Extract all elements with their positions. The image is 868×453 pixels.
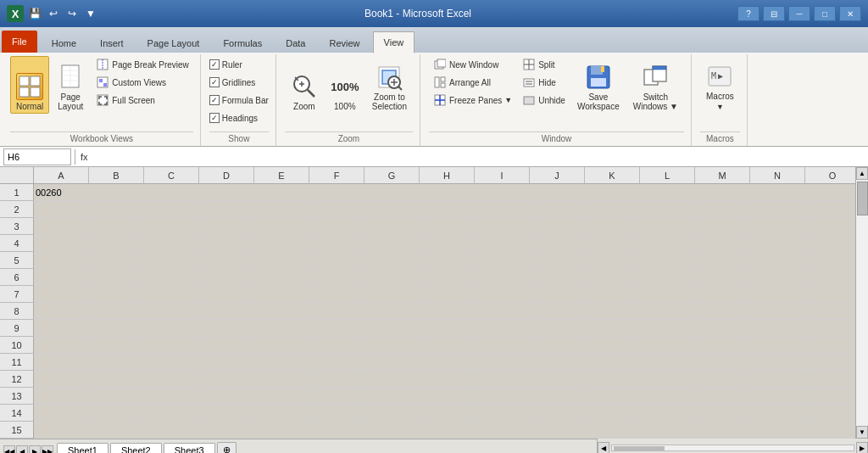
cell[interactable] — [364, 303, 420, 320]
cell[interactable] — [585, 405, 640, 422]
cell[interactable] — [144, 286, 199, 303]
cell[interactable] — [144, 371, 199, 388]
cell[interactable] — [364, 218, 420, 235]
cell[interactable] — [144, 184, 199, 201]
cell[interactable] — [695, 320, 750, 337]
cell[interactable] — [640, 405, 695, 422]
cell[interactable] — [309, 371, 364, 388]
tab-insert[interactable]: Insert — [89, 32, 135, 53]
cell[interactable] — [309, 422, 364, 439]
cell[interactable] — [750, 320, 805, 337]
cell[interactable] — [750, 235, 805, 252]
cell[interactable] — [695, 286, 750, 303]
cell[interactable] — [750, 337, 805, 354]
cell[interactable] — [805, 371, 855, 388]
cell[interactable] — [144, 354, 199, 371]
cell[interactable] — [420, 388, 475, 405]
cell[interactable] — [640, 218, 695, 235]
cell[interactable] — [89, 405, 144, 422]
cell[interactable] — [420, 218, 475, 235]
cell[interactable] — [364, 184, 420, 201]
cell[interactable] — [34, 405, 89, 422]
cell[interactable] — [750, 422, 805, 439]
minimize-btn[interactable]: ─ — [788, 6, 810, 21]
cell[interactable] — [805, 388, 855, 405]
cell[interactable] — [199, 388, 254, 405]
cell[interactable] — [640, 184, 695, 201]
zoom-100-button[interactable]: 100% 100% — [326, 56, 364, 114]
cell[interactable] — [254, 201, 309, 218]
cell[interactable] — [805, 235, 855, 252]
cell[interactable] — [640, 354, 695, 371]
cell[interactable] — [34, 201, 89, 218]
cell[interactable] — [475, 269, 530, 286]
cell[interactable] — [420, 405, 475, 422]
cell[interactable] — [199, 269, 254, 286]
cell[interactable] — [34, 303, 89, 320]
cell[interactable] — [750, 388, 805, 405]
cell[interactable] — [695, 269, 750, 286]
tab-home[interactable]: Home — [41, 32, 87, 53]
cell[interactable] — [254, 303, 309, 320]
cell[interactable] — [364, 354, 420, 371]
cell[interactable] — [89, 320, 144, 337]
cell[interactable] — [34, 218, 89, 235]
cell[interactable] — [585, 252, 640, 269]
cell[interactable] — [475, 405, 530, 422]
cell[interactable] — [309, 286, 364, 303]
cell[interactable] — [585, 201, 640, 218]
cell[interactable] — [254, 337, 309, 354]
tab-formulas[interactable]: Formulas — [212, 32, 273, 53]
cell[interactable] — [805, 218, 855, 235]
arrange-all-button[interactable]: Arrange All — [429, 74, 516, 91]
cell[interactable] — [695, 218, 750, 235]
cell[interactable] — [89, 184, 144, 201]
cell[interactable] — [34, 422, 89, 439]
cell[interactable] — [254, 388, 309, 405]
cell[interactable] — [695, 252, 750, 269]
cell[interactable] — [585, 422, 640, 439]
cell[interactable] — [144, 337, 199, 354]
cell[interactable] — [695, 354, 750, 371]
customize-icon[interactable]: ▼ — [83, 6, 98, 21]
cell[interactable] — [309, 354, 364, 371]
cell[interactable] — [475, 218, 530, 235]
cell[interactable] — [530, 354, 585, 371]
cell[interactable] — [475, 422, 530, 439]
cell[interactable] — [750, 184, 805, 201]
scroll-up-btn[interactable]: ▲ — [856, 167, 868, 180]
cell[interactable] — [309, 337, 364, 354]
scroll-right-btn[interactable]: ▶ — [856, 442, 868, 453]
headings-check[interactable]: ✓ Headings — [209, 109, 269, 126]
cell[interactable] — [805, 286, 855, 303]
hide-button[interactable]: Hide — [518, 74, 570, 91]
cell[interactable] — [695, 201, 750, 218]
cell[interactable] — [254, 218, 309, 235]
full-screen-button[interactable]: Full Screen — [92, 92, 193, 109]
cell[interactable] — [199, 252, 254, 269]
cell[interactable] — [420, 371, 475, 388]
formula-input[interactable] — [93, 151, 865, 163]
cell[interactable] — [640, 303, 695, 320]
tab-view[interactable]: View — [373, 31, 415, 53]
cell[interactable] — [420, 184, 475, 201]
cell[interactable] — [530, 252, 585, 269]
cell[interactable] — [805, 354, 855, 371]
cell[interactable] — [530, 269, 585, 286]
cell[interactable] — [750, 303, 805, 320]
cell[interactable] — [364, 337, 420, 354]
h-scroll-thumb[interactable] — [614, 446, 665, 451]
cell[interactable] — [199, 286, 254, 303]
cell[interactable] — [34, 354, 89, 371]
cell[interactable]: 00260 — [34, 184, 89, 201]
cell[interactable] — [420, 303, 475, 320]
cell[interactable] — [805, 422, 855, 439]
cell[interactable] — [364, 269, 420, 286]
cell[interactable] — [34, 269, 89, 286]
cell[interactable] — [640, 337, 695, 354]
cell[interactable] — [34, 320, 89, 337]
prev-sheet-btn[interactable]: ◀ — [16, 445, 28, 453]
cell[interactable] — [750, 371, 805, 388]
cell[interactable] — [750, 405, 805, 422]
cell[interactable] — [585, 235, 640, 252]
